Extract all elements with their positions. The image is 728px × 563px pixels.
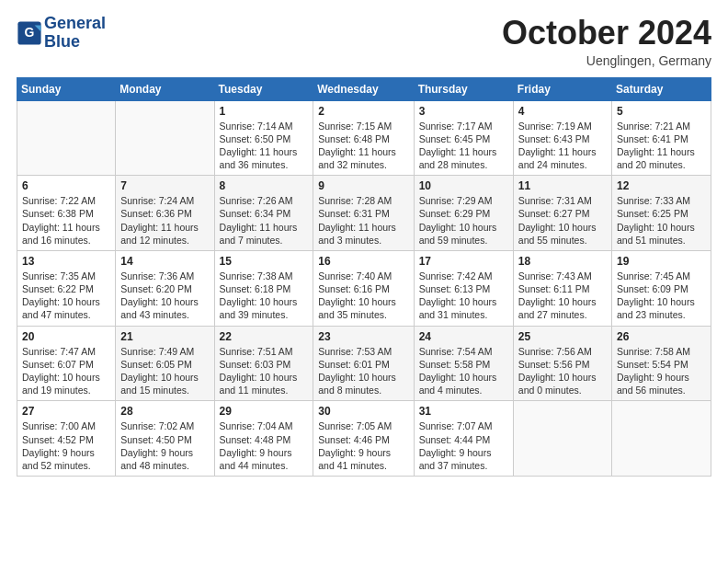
- day-info: Sunrise: 7:21 AMSunset: 6:41 PMDaylight:…: [617, 120, 706, 172]
- day-header-wednesday: Wednesday: [313, 77, 414, 100]
- day-number: 23: [318, 330, 408, 343]
- day-number: 16: [318, 255, 408, 268]
- day-number: 10: [419, 179, 508, 192]
- calendar-cell: 29Sunrise: 7:04 AMSunset: 4:48 PMDayligh…: [214, 401, 313, 477]
- day-number: 19: [617, 255, 706, 268]
- day-number: 28: [120, 405, 209, 418]
- day-number: 11: [518, 179, 607, 192]
- calendar-cell: [612, 401, 711, 477]
- day-header-sunday: Sunday: [17, 77, 116, 100]
- calendar-cell: 5Sunrise: 7:21 AMSunset: 6:41 PMDaylight…: [612, 100, 711, 176]
- day-info: Sunrise: 7:49 AMSunset: 6:05 PMDaylight:…: [120, 345, 209, 397]
- day-number: 22: [220, 330, 309, 343]
- calendar-cell: 15Sunrise: 7:38 AMSunset: 6:18 PMDayligh…: [214, 250, 313, 326]
- calendar-cell: 1Sunrise: 7:14 AMSunset: 6:50 PMDaylight…: [214, 100, 313, 176]
- day-header-thursday: Thursday: [414, 77, 513, 100]
- calendar-cell: 3Sunrise: 7:17 AMSunset: 6:45 PMDaylight…: [414, 100, 513, 176]
- day-info: Sunrise: 7:36 AMSunset: 6:20 PMDaylight:…: [120, 270, 209, 322]
- day-number: 9: [318, 179, 408, 192]
- calendar-week-row: 13Sunrise: 7:35 AMSunset: 6:22 PMDayligh…: [17, 250, 711, 326]
- day-header-tuesday: Tuesday: [214, 77, 313, 100]
- day-number: 27: [22, 405, 110, 418]
- calendar-cell: [116, 100, 214, 176]
- calendar-cell: [513, 401, 611, 477]
- day-info: Sunrise: 7:29 AMSunset: 6:29 PMDaylight:…: [419, 194, 508, 247]
- logo: G General Blue: [17, 15, 106, 52]
- day-info: Sunrise: 7:35 AMSunset: 6:22 PMDaylight:…: [22, 270, 110, 322]
- day-info: Sunrise: 7:47 AMSunset: 6:07 PMDaylight:…: [22, 345, 110, 397]
- calendar-cell: 17Sunrise: 7:42 AMSunset: 6:13 PMDayligh…: [414, 250, 513, 326]
- page-header: G General Blue October 2024 Uenglingen, …: [17, 15, 711, 68]
- calendar-cell: 10Sunrise: 7:29 AMSunset: 6:29 PMDayligh…: [414, 176, 513, 251]
- day-info: Sunrise: 7:07 AMSunset: 4:44 PMDaylight:…: [419, 419, 508, 472]
- svg-text:G: G: [25, 25, 35, 40]
- day-info: Sunrise: 7:51 AMSunset: 6:03 PMDaylight:…: [220, 345, 309, 397]
- month-title: October 2024: [502, 15, 711, 52]
- day-number: 18: [518, 255, 607, 268]
- day-info: Sunrise: 7:38 AMSunset: 6:18 PMDaylight:…: [220, 270, 309, 322]
- title-block: October 2024 Uenglingen, Germany: [502, 15, 711, 68]
- day-info: Sunrise: 7:33 AMSunset: 6:25 PMDaylight:…: [617, 194, 706, 247]
- day-info: Sunrise: 7:42 AMSunset: 6:13 PMDaylight:…: [419, 270, 508, 322]
- day-number: 6: [22, 179, 110, 192]
- day-header-friday: Friday: [513, 77, 611, 100]
- day-number: 26: [617, 330, 706, 343]
- calendar-cell: 19Sunrise: 7:45 AMSunset: 6:09 PMDayligh…: [612, 250, 711, 326]
- calendar-table: SundayMondayTuesdayWednesdayThursdayFrid…: [17, 77, 711, 477]
- calendar-week-row: 27Sunrise: 7:00 AMSunset: 4:52 PMDayligh…: [17, 401, 711, 477]
- day-info: Sunrise: 7:00 AMSunset: 4:52 PMDaylight:…: [22, 419, 110, 472]
- calendar-cell: 12Sunrise: 7:33 AMSunset: 6:25 PMDayligh…: [612, 176, 711, 251]
- day-number: 14: [120, 255, 209, 268]
- day-info: Sunrise: 7:14 AMSunset: 6:50 PMDaylight:…: [220, 120, 309, 172]
- day-info: Sunrise: 7:04 AMSunset: 4:48 PMDaylight:…: [220, 419, 309, 472]
- day-info: Sunrise: 7:17 AMSunset: 6:45 PMDaylight:…: [419, 120, 508, 172]
- day-number: 3: [419, 105, 508, 118]
- day-number: 29: [220, 405, 309, 418]
- day-number: 13: [22, 255, 110, 268]
- day-number: 12: [617, 179, 706, 192]
- day-info: Sunrise: 7:22 AMSunset: 6:38 PMDaylight:…: [22, 194, 110, 247]
- calendar-week-row: 1Sunrise: 7:14 AMSunset: 6:50 PMDaylight…: [17, 100, 711, 176]
- day-number: 8: [220, 179, 309, 192]
- calendar-cell: 30Sunrise: 7:05 AMSunset: 4:46 PMDayligh…: [313, 401, 414, 477]
- calendar-cell: 27Sunrise: 7:00 AMSunset: 4:52 PMDayligh…: [17, 401, 116, 477]
- day-info: Sunrise: 7:40 AMSunset: 6:16 PMDaylight:…: [318, 270, 408, 322]
- calendar-cell: 13Sunrise: 7:35 AMSunset: 6:22 PMDayligh…: [17, 250, 116, 326]
- calendar-header-row: SundayMondayTuesdayWednesdayThursdayFrid…: [17, 77, 711, 100]
- calendar-cell: 21Sunrise: 7:49 AMSunset: 6:05 PMDayligh…: [116, 326, 214, 401]
- day-number: 24: [419, 330, 508, 343]
- day-header-saturday: Saturday: [612, 77, 711, 100]
- day-number: 5: [617, 105, 706, 118]
- calendar-week-row: 6Sunrise: 7:22 AMSunset: 6:38 PMDaylight…: [17, 176, 711, 251]
- calendar-cell: 31Sunrise: 7:07 AMSunset: 4:44 PMDayligh…: [414, 401, 513, 477]
- day-number: 30: [318, 405, 408, 418]
- calendar-cell: 23Sunrise: 7:53 AMSunset: 6:01 PMDayligh…: [313, 326, 414, 401]
- calendar-cell: 26Sunrise: 7:58 AMSunset: 5:54 PMDayligh…: [612, 326, 711, 401]
- calendar-cell: 2Sunrise: 7:15 AMSunset: 6:48 PMDaylight…: [313, 100, 414, 176]
- day-number: 17: [419, 255, 508, 268]
- calendar-cell: 24Sunrise: 7:54 AMSunset: 5:58 PMDayligh…: [414, 326, 513, 401]
- day-info: Sunrise: 7:53 AMSunset: 6:01 PMDaylight:…: [318, 345, 408, 397]
- calendar-cell: 7Sunrise: 7:24 AMSunset: 6:36 PMDaylight…: [116, 176, 214, 251]
- calendar-cell: 22Sunrise: 7:51 AMSunset: 6:03 PMDayligh…: [214, 326, 313, 401]
- calendar-cell: 20Sunrise: 7:47 AMSunset: 6:07 PMDayligh…: [17, 326, 116, 401]
- day-info: Sunrise: 7:28 AMSunset: 6:31 PMDaylight:…: [318, 194, 408, 247]
- day-info: Sunrise: 7:24 AMSunset: 6:36 PMDaylight:…: [120, 194, 209, 247]
- calendar-cell: 8Sunrise: 7:26 AMSunset: 6:34 PMDaylight…: [214, 176, 313, 251]
- calendar-cell: 6Sunrise: 7:22 AMSunset: 6:38 PMDaylight…: [17, 176, 116, 251]
- logo-name: General Blue: [44, 15, 106, 52]
- calendar-cell: 4Sunrise: 7:19 AMSunset: 6:43 PMDaylight…: [513, 100, 611, 176]
- calendar-cell: 25Sunrise: 7:56 AMSunset: 5:56 PMDayligh…: [513, 326, 611, 401]
- location: Uenglingen, Germany: [502, 53, 711, 68]
- day-info: Sunrise: 7:58 AMSunset: 5:54 PMDaylight:…: [617, 345, 706, 397]
- day-number: 31: [419, 405, 508, 418]
- calendar-cell: 16Sunrise: 7:40 AMSunset: 6:16 PMDayligh…: [313, 250, 414, 326]
- day-info: Sunrise: 7:15 AMSunset: 6:48 PMDaylight:…: [318, 120, 408, 172]
- day-info: Sunrise: 7:45 AMSunset: 6:09 PMDaylight:…: [617, 270, 706, 322]
- day-info: Sunrise: 7:31 AMSunset: 6:27 PMDaylight:…: [518, 194, 607, 247]
- day-header-monday: Monday: [116, 77, 214, 100]
- calendar-cell: 14Sunrise: 7:36 AMSunset: 6:20 PMDayligh…: [116, 250, 214, 326]
- logo-icon: G: [17, 20, 42, 46]
- day-number: 7: [120, 179, 209, 192]
- calendar-week-row: 20Sunrise: 7:47 AMSunset: 6:07 PMDayligh…: [17, 326, 711, 401]
